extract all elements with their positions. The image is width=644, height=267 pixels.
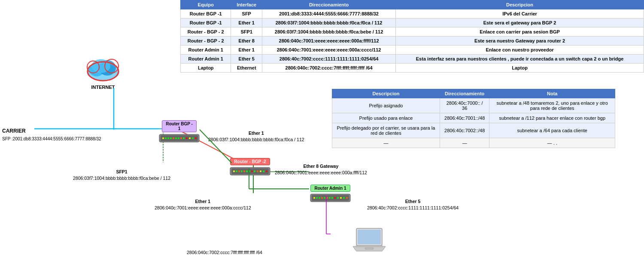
second-table-cell: subnetear a /64 para cada cliente — [489, 123, 615, 138]
svg-point-57 — [343, 197, 345, 199]
ether1-label: Ether 1 2806:03f7:1004:bbbb:bbbb:bbbb:f0… — [208, 130, 304, 143]
svg-line-5 — [326, 195, 331, 245]
svg-point-33 — [238, 170, 240, 172]
svg-point-49 — [321, 197, 323, 199]
router-admin1-label: Router Admin 1 — [310, 185, 350, 192]
internet-cloud: INTERNET — [84, 56, 122, 90]
ether1-text: Ether 1 — [249, 130, 264, 136]
router-admin1: Router Admin 1 — [310, 185, 351, 203]
svg-point-27 — [192, 137, 194, 139]
svg-point-56 — [340, 197, 342, 199]
svg-point-22 — [178, 137, 179, 139]
col2-header-nota: Nota — [489, 89, 615, 98]
sfp1-text: SFP1 — [116, 169, 127, 174]
second-table-cell: subnetear a /48 tomaremos 2, uno para en… — [489, 98, 615, 113]
second-table-cell: — — [440, 138, 489, 148]
col2-header-descripcion: Descripcion — [332, 89, 440, 98]
svg-point-42 — [263, 170, 264, 172]
table-cell: Enlace con nuestro proveedor — [396, 46, 644, 55]
svg-point-48 — [319, 197, 320, 199]
router-bgp2-label: Router - BGP -2 — [230, 158, 270, 165]
svg-point-34 — [241, 170, 243, 172]
svg-rect-62 — [365, 248, 374, 249]
svg-point-20 — [173, 137, 174, 139]
svg-point-40 — [257, 170, 258, 172]
col2-header-direccionamiento: Direccionamiento — [440, 89, 489, 98]
router-admin1-icon — [310, 193, 351, 203]
svg-point-35 — [243, 170, 245, 172]
sfp1-addr: 2806:03f7:1004:bbbb:bbbb:bbbb:f0ca:bebe … — [73, 176, 170, 181]
carrier-label: CARRIER SFP :2001:db8:3333:4444:5555:666… — [2, 127, 101, 143]
svg-point-53 — [331, 197, 333, 199]
router-bgp1-label: Router BGP -1 — [162, 120, 197, 132]
laptop-addr: 2806:040c:7002:cccc:7fff:ffff:ffff:ffff … — [187, 250, 262, 255]
cloud-icon — [84, 56, 122, 84]
svg-point-39 — [254, 170, 255, 172]
second-table-cell: Prefijo asignado — [332, 98, 440, 113]
svg-point-19 — [170, 137, 172, 139]
internet-label: INTERNET — [84, 85, 122, 90]
svg-point-16 — [162, 137, 164, 139]
router-bgp2-icon — [230, 167, 270, 176]
svg-point-41 — [260, 170, 261, 172]
router-bgp1-icon — [159, 134, 200, 143]
ether5-addr: 2806:40c:7002:cccc:1111:1111:1111:0254/6… — [367, 205, 459, 210]
svg-point-21 — [175, 137, 177, 139]
laptop-svg — [352, 228, 386, 255]
router-bgp2: Router - BGP -2 — [230, 158, 270, 176]
table-cell: IPv6 del Carrier — [396, 9, 644, 18]
svg-point-50 — [324, 197, 325, 199]
second-table-cell: — . . — [489, 138, 615, 148]
router-bgp1: Router BGP -1 — [159, 120, 200, 143]
svg-point-36 — [246, 170, 248, 172]
svg-point-17 — [165, 137, 167, 139]
ether1b-text: Ether 1 — [195, 199, 211, 204]
svg-point-51 — [326, 197, 328, 199]
svg-point-23 — [180, 137, 182, 139]
carrier-text: CARRIER — [2, 128, 26, 134]
svg-point-46 — [313, 197, 315, 199]
second-table: Descripcion Direccionamiento Nota Prefij… — [332, 89, 615, 148]
diagram: INTERNET CARRIER SFP :2001:db8:3333:4444… — [0, 0, 331, 267]
second-table-cell: 2806:40c:7000:: / 36 — [440, 98, 489, 113]
ether8-text: Ether 8 Gateway — [304, 164, 339, 169]
svg-point-32 — [236, 170, 237, 172]
svg-point-25 — [186, 137, 188, 139]
svg-point-26 — [189, 137, 191, 139]
ether5-label: Ether 5 2806:40c:7002:cccc:1111:1111:111… — [367, 198, 459, 211]
table-cell: Este sera el gateway para BGP 2 — [396, 18, 644, 27]
ether1b-addr: 2806:040c:7001:eeee:eeee:eeee:000a:cccc/… — [155, 205, 251, 210]
sfp1-label: SFP1 2806:03f7:1004:bbbb:bbbb:bbbb:f0ca:… — [73, 169, 170, 181]
svg-point-38 — [251, 170, 253, 172]
table-cell: Laptop — [396, 64, 644, 73]
ether8-label: Ether 8 Gateway 2806:040c:7001:eeee:eeee… — [275, 163, 367, 176]
second-table-cell: 2806:40c:7001::/48 — [440, 113, 489, 123]
second-table-cell: — — [332, 138, 440, 148]
svg-point-54 — [334, 197, 336, 199]
svg-point-55 — [337, 197, 339, 199]
ether1-addr: 2806:03f7:1004:bbbb:bbbb:bbbb:f0ca:f0ca … — [208, 137, 304, 142]
ether8-addr: 2806:040c:7001:eeee:eeee:eeee:000a:ffff/… — [275, 170, 367, 175]
second-table-cell: Prefijo delegado por el carrier, se usar… — [332, 123, 440, 138]
svg-point-18 — [167, 137, 169, 139]
ether1b-label: Ether 1 2806:040c:7001:eeee:eeee:eeee:00… — [155, 198, 251, 211]
svg-point-24 — [183, 137, 185, 139]
ether5-text: Ether 5 — [405, 199, 421, 204]
svg-point-58 — [346, 197, 348, 199]
table-cell: Esta interfaz sera para nuestros cliente… — [396, 55, 644, 64]
svg-point-52 — [329, 197, 331, 199]
table-cell: Este sera nuestro Gateway para router 2 — [396, 36, 644, 46]
svg-point-31 — [233, 170, 235, 172]
svg-point-37 — [249, 170, 250, 172]
second-table-cell: 2806:40c:7002::/48 — [440, 123, 489, 138]
laptop-addr-label: 2806:040c:7002:cccc:7fff:ffff:ffff:ffff … — [187, 250, 262, 255]
laptop-icon — [352, 228, 386, 256]
second-table-cell: subnetear a /112 para hacer enlace con r… — [489, 113, 615, 123]
col-header-descripcion: Descripcion — [396, 0, 644, 9]
carrier-address: SFP :2001:db8:3333:4444:5555:6666:7777:8… — [2, 137, 101, 141]
svg-point-28 — [195, 137, 197, 139]
second-table-section: Descripcion Direccionamiento Nota Prefij… — [332, 89, 615, 148]
svg-point-43 — [266, 170, 267, 172]
second-table-cell: Prefijo usado para enlace — [332, 113, 440, 123]
svg-point-47 — [316, 197, 318, 199]
